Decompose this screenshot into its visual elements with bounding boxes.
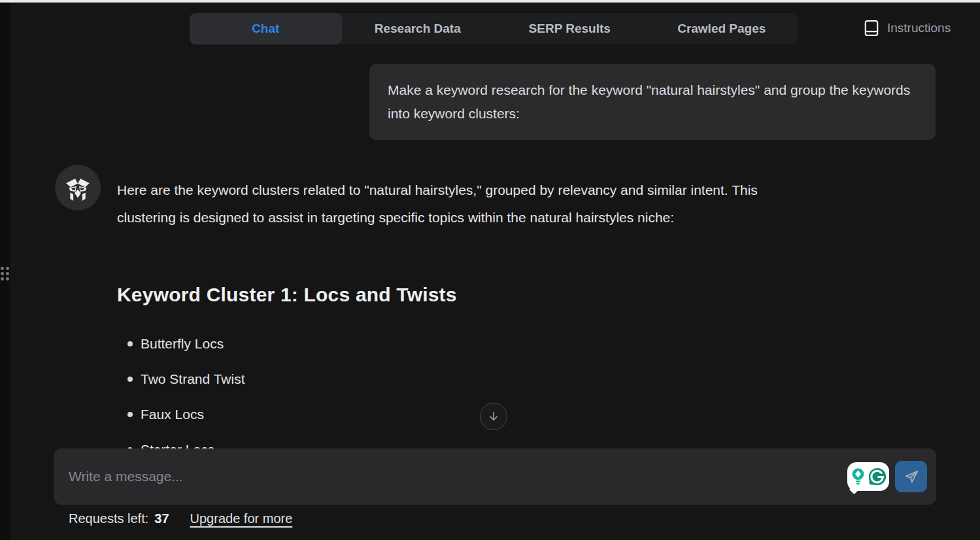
keyword-item: Faux Locs xyxy=(141,405,245,424)
message-composer xyxy=(54,448,936,505)
panel-drag-handle-icon[interactable] xyxy=(1,267,9,280)
send-button[interactable] xyxy=(895,461,927,492)
user-message-bubble: Make a keyword research for the keyword … xyxy=(369,64,936,140)
keyword-item: Two Strand Twist xyxy=(141,370,245,388)
tab-research-data[interactable]: Research Data xyxy=(342,13,494,44)
tab-serp-results[interactable]: SERP Results xyxy=(494,13,646,44)
chat-app-window: Chat Research Data SERP Results Crawled … xyxy=(0,0,980,540)
window-top-edge xyxy=(0,0,980,3)
arrow-down-icon xyxy=(487,410,500,423)
usage-footer: Requests left: 37 Upgrade for more xyxy=(69,511,292,526)
assistant-intro-text: Here are the keyword clusters related to… xyxy=(117,177,774,231)
grammarly-widget[interactable] xyxy=(847,462,889,491)
book-icon xyxy=(864,20,879,37)
owl-logo-icon xyxy=(63,173,92,202)
tab-crawled-pages[interactable]: Crawled Pages xyxy=(646,13,798,44)
requests-left-label: Requests left: xyxy=(69,511,148,526)
scroll-to-bottom-button[interactable] xyxy=(480,403,507,430)
instructions-label: Instructions xyxy=(887,21,951,35)
left-panel-gutter xyxy=(0,3,10,540)
cluster-1-heading: Keyword Cluster 1: Locs and Twists xyxy=(117,284,457,306)
tab-bar: Chat Research Data SERP Results Crawled … xyxy=(190,13,798,44)
assistant-avatar xyxy=(55,165,101,211)
upgrade-link[interactable]: Upgrade for more xyxy=(190,511,293,526)
tab-chat[interactable]: Chat xyxy=(190,13,342,44)
instructions-button[interactable]: Instructions xyxy=(864,20,951,37)
grammarly-suggestion-lightbulb-icon xyxy=(849,467,867,486)
paper-plane-icon xyxy=(903,468,920,485)
message-input[interactable] xyxy=(69,469,847,484)
keyword-item: Butterfly Locs xyxy=(141,335,245,353)
requests-left-value: 37 xyxy=(154,511,169,526)
grammarly-g-logo-icon xyxy=(868,467,887,486)
